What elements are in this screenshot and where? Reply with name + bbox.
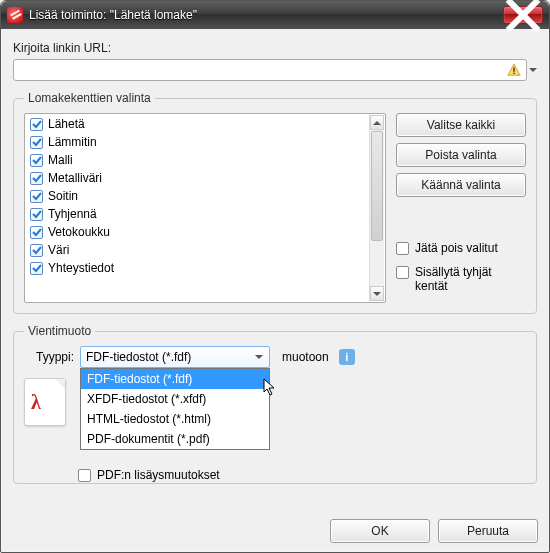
dropdown-option[interactable]: HTML-tiedostot (*.html) bbox=[81, 409, 269, 429]
form-fields-group: Lomakekenttien valinta LähetäLämmitinMal… bbox=[13, 91, 537, 314]
field-checkbox[interactable] bbox=[30, 226, 43, 239]
select-all-button[interactable]: Valitse kaikki bbox=[396, 113, 526, 137]
export-legend: Vientimuoto bbox=[24, 324, 95, 338]
field-label: Vetokoukku bbox=[48, 225, 110, 239]
type-combobox[interactable]: FDF-tiedostot (*.fdf) FDF-tiedostot (*.f… bbox=[80, 346, 270, 368]
cancel-button[interactable]: Peruuta bbox=[438, 519, 538, 543]
type-dropdown-list: FDF-tiedostot (*.fdf)XFDF-tiedostot (*.x… bbox=[80, 368, 270, 450]
export-note: muotoon bbox=[282, 350, 329, 364]
dropdown-option[interactable]: FDF-tiedostot (*.fdf) bbox=[81, 369, 269, 389]
form-fields-legend: Lomakekenttien valinta bbox=[24, 91, 155, 105]
dropdown-option[interactable]: PDF-dokumentit (*.pdf) bbox=[81, 429, 269, 449]
exclude-checkbox[interactable] bbox=[396, 242, 409, 255]
field-checkbox[interactable] bbox=[30, 118, 43, 131]
field-label: Yhteystiedot bbox=[48, 261, 114, 275]
field-item[interactable]: Vetokoukku bbox=[26, 223, 369, 241]
info-icon[interactable]: i bbox=[339, 349, 355, 365]
include-empty-checkbox[interactable] bbox=[396, 266, 409, 279]
scroll-thumb[interactable] bbox=[371, 131, 383, 241]
fields-listbox[interactable]: LähetäLämmitinMalliMetalliväriSoitinTyhj… bbox=[24, 113, 386, 303]
include-empty-label: Sisällytä tyhjät kentät bbox=[415, 265, 526, 293]
field-checkbox[interactable] bbox=[30, 262, 43, 275]
app-icon bbox=[7, 7, 23, 23]
warning-icon bbox=[505, 61, 523, 79]
field-label: Väri bbox=[48, 243, 69, 257]
dropdown-option[interactable]: XFDF-tiedostot (*.xfdf) bbox=[81, 389, 269, 409]
field-checkbox[interactable] bbox=[30, 136, 43, 149]
deselect-button[interactable]: Poista valinta bbox=[396, 143, 526, 167]
pdf-changes-label: PDF:n lisäysmuutokset bbox=[97, 468, 220, 482]
field-checkbox[interactable] bbox=[30, 154, 43, 167]
invert-button[interactable]: Käännä valinta bbox=[396, 173, 526, 197]
exclude-selected-row[interactable]: Jätä pois valitut bbox=[396, 241, 526, 255]
type-selected-value: FDF-tiedostot (*.fdf) bbox=[86, 350, 191, 364]
field-label: Tyhjennä bbox=[48, 207, 97, 221]
pdf-changes-checkbox[interactable] bbox=[78, 469, 91, 482]
type-label: Tyyppi: bbox=[24, 350, 74, 364]
field-item[interactable]: Väri bbox=[26, 241, 369, 259]
field-item[interactable]: Lähetä bbox=[26, 115, 369, 133]
pdf-changes-row[interactable]: PDF:n lisäysmuutokset bbox=[78, 468, 526, 482]
field-label: Malli bbox=[48, 153, 73, 167]
include-empty-row[interactable]: Sisällytä tyhjät kentät bbox=[396, 265, 526, 293]
dialog-window: Lisää toiminto: "Lähetä lomake" Kirjoita… bbox=[0, 0, 550, 553]
field-item[interactable]: Metalliväri bbox=[26, 169, 369, 187]
scroll-up-button[interactable] bbox=[370, 115, 384, 130]
field-checkbox[interactable] bbox=[30, 244, 43, 257]
titlebar: Lisää toiminto: "Lähetä lomake" bbox=[1, 1, 549, 29]
field-checkbox[interactable] bbox=[30, 172, 43, 185]
field-checkbox[interactable] bbox=[30, 208, 43, 221]
field-checkbox[interactable] bbox=[30, 190, 43, 203]
pdf-file-icon: λ bbox=[24, 378, 66, 426]
close-button[interactable] bbox=[503, 6, 543, 24]
field-item[interactable]: Lämmitin bbox=[26, 133, 369, 151]
window-title: Lisää toiminto: "Lähetä lomake" bbox=[29, 8, 503, 22]
field-label: Soitin bbox=[48, 189, 78, 203]
mouse-cursor bbox=[263, 378, 279, 398]
field-item[interactable]: Yhteystiedot bbox=[26, 259, 369, 277]
field-label: Lämmitin bbox=[48, 135, 97, 149]
export-format-group: Vientimuoto Tyyppi: FDF-tiedostot (*.fdf… bbox=[13, 324, 537, 484]
url-label: Kirjoita linkin URL: bbox=[13, 41, 537, 55]
field-item[interactable]: Soitin bbox=[26, 187, 369, 205]
ok-button[interactable]: OK bbox=[330, 519, 430, 543]
url-input[interactable] bbox=[13, 59, 527, 81]
svg-rect-0 bbox=[513, 67, 514, 71]
scroll-down-button[interactable] bbox=[370, 286, 384, 301]
scrollbar[interactable] bbox=[369, 115, 384, 301]
field-label: Lähetä bbox=[48, 117, 85, 131]
field-label: Metalliväri bbox=[48, 171, 102, 185]
exclude-label: Jätä pois valitut bbox=[415, 241, 498, 255]
chevron-down-icon bbox=[251, 349, 267, 365]
field-item[interactable]: Tyhjennä bbox=[26, 205, 369, 223]
url-dropdown-icon[interactable] bbox=[529, 68, 537, 72]
svg-rect-1 bbox=[513, 73, 514, 74]
field-item[interactable]: Malli bbox=[26, 151, 369, 169]
